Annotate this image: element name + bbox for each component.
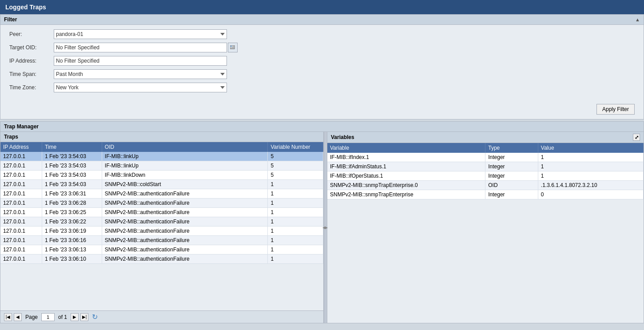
traps-table-body: 127.0.0.1 1 Feb '23 3:54:03 IF-MIB::link… <box>0 152 323 264</box>
svg-rect-5 <box>231 48 234 48</box>
first-page-btn[interactable]: |◀ <box>4 313 12 321</box>
trap-time: 1 Feb '23 3:06:25 <box>42 208 102 217</box>
target-oid-input[interactable] <box>54 43 227 52</box>
last-page-btn[interactable]: ▶| <box>80 313 88 321</box>
table-row[interactable]: SNMPv2-MIB::snmpTrapEnterprise.0 OID .1.… <box>327 181 644 190</box>
trap-oid: SNMPv2-MIB::authenticationFailure <box>102 217 268 227</box>
variables-table-container[interactable]: Variable Type Value IF-MIB::ifIndex.1 In… <box>327 143 644 323</box>
apply-filter-button[interactable]: Apply Filter <box>596 104 635 115</box>
time-zone-row: Time Zone: New YorkUTC <box>9 83 635 92</box>
filter-header: Filter ▲ <box>0 15 644 25</box>
table-row[interactable]: IF-MIB::ifAdminStatus.1 Integer 1 <box>327 162 644 171</box>
trap-oid: SNMPv2-MIB::authenticationFailure <box>102 254 268 264</box>
svg-rect-3 <box>232 47 234 47</box>
trap-varnum: 5 <box>268 152 323 161</box>
trap-ip: 127.0.0.1 <box>0 227 42 236</box>
trap-ip: 127.0.0.1 <box>0 180 42 189</box>
table-row[interactable]: 127.0.0.1 1 Feb '23 3:06:19 SNMPv2-MIB::… <box>0 227 323 236</box>
panel-resize-handle[interactable] <box>324 132 327 323</box>
traps-panel: Traps IP Address Time OID Variable Numbe… <box>0 132 324 323</box>
target-oid-input-group <box>54 43 238 52</box>
target-oid-browse-btn[interactable] <box>228 43 238 52</box>
ip-address-input[interactable] <box>54 56 227 66</box>
of-label: of 1 <box>58 314 67 320</box>
trap-oid: IF-MIB::linkDown <box>102 171 268 180</box>
table-row[interactable]: 127.0.0.1 1 Feb '23 3:06:22 SNMPv2-MIB::… <box>0 217 323 227</box>
table-row[interactable]: 127.0.0.1 1 Feb '23 3:54:03 IF-MIB::link… <box>0 171 323 180</box>
trap-ip: 127.0.0.1 <box>0 199 42 208</box>
table-row[interactable]: 127.0.0.1 1 Feb '23 3:06:31 SNMPv2-MIB::… <box>0 189 323 199</box>
trap-varnum: 1 <box>268 199 323 208</box>
table-row[interactable]: 127.0.0.1 1 Feb '23 3:54:03 IF-MIB::link… <box>0 161 323 171</box>
filter-actions: Apply Filter <box>0 100 644 119</box>
table-row[interactable]: 127.0.0.1 1 Feb '23 3:54:03 IF-MIB::link… <box>0 152 323 161</box>
col-ip-header: IP Address <box>0 142 42 152</box>
trap-oid: SNMPv2-MIB::authenticationFailure <box>102 236 268 245</box>
target-oid-label: Target OID: <box>9 44 54 51</box>
trap-oid: SNMPv2-MIB::authenticationFailure <box>102 208 268 217</box>
trap-time: 1 Feb '23 3:06:19 <box>42 227 102 236</box>
trap-ip: 127.0.0.1 <box>0 152 42 161</box>
var-variable: IF-MIB::ifOperStatus.1 <box>327 171 485 181</box>
var-value: 0 <box>538 190 643 199</box>
variables-table-body: IF-MIB::ifIndex.1 Integer 1 IF-MIB::ifAd… <box>327 153 644 199</box>
trap-ip: 127.0.0.1 <box>0 189 42 199</box>
table-row[interactable]: IF-MIB::ifIndex.1 Integer 1 <box>327 153 644 162</box>
table-row[interactable]: 127.0.0.1 1 Feb '23 3:06:25 SNMPv2-MIB::… <box>0 208 323 217</box>
variables-expand-btn[interactable]: ⤢ <box>633 134 640 141</box>
filter-collapse-btn[interactable]: ▲ <box>635 17 640 22</box>
traps-table-container[interactable]: IP Address Time OID Variable Number 127.… <box>0 142 323 310</box>
trap-ip: 127.0.0.1 <box>0 236 42 245</box>
trap-time: 1 Feb '23 3:06:22 <box>42 217 102 227</box>
var-value: .1.3.6.1.4.1.8072.3.2.10 <box>538 181 643 190</box>
trap-time: 1 Feb '23 3:06:10 <box>42 254 102 264</box>
trap-ip: 127.0.0.1 <box>0 245 42 254</box>
trap-time: 1 Feb '23 3:06:16 <box>42 236 102 245</box>
trap-oid: SNMPv2-MIB::authenticationFailure <box>102 245 268 254</box>
col-type-header: Type <box>485 143 538 153</box>
peer-select[interactable]: pandora-01All <box>54 29 227 39</box>
browse-icon <box>230 45 235 50</box>
trap-manager-section: Trap Manager Traps IP Address Time OID V… <box>0 121 644 323</box>
trap-ip: 127.0.0.1 <box>0 161 42 171</box>
trap-oid: SNMPv2-MIB::coldStart <box>102 180 268 189</box>
var-type: Integer <box>485 190 538 199</box>
table-row[interactable]: 127.0.0.1 1 Feb '23 3:54:03 SNMPv2-MIB::… <box>0 180 323 189</box>
table-row[interactable]: 127.0.0.1 1 Feb '23 3:06:10 SNMPv2-MIB::… <box>0 254 323 264</box>
trap-varnum: 1 <box>268 227 323 236</box>
traps-panel-title: Traps <box>4 134 18 140</box>
table-row[interactable]: 127.0.0.1 1 Feb '23 3:06:16 SNMPv2-MIB::… <box>0 236 323 245</box>
time-span-select[interactable]: Past MonthPast WeekPast DayAll <box>54 69 227 79</box>
trap-varnum: 1 <box>268 236 323 245</box>
prev-page-btn[interactable]: ◀ <box>14 313 22 321</box>
trap-varnum: 1 <box>268 254 323 264</box>
trap-time: 1 Feb '23 3:54:03 <box>42 152 102 161</box>
trap-ip: 127.0.0.1 <box>0 171 42 180</box>
time-zone-select[interactable]: New YorkUTC <box>54 83 227 92</box>
trap-varnum: 1 <box>268 180 323 189</box>
col-oid-header: OID <box>102 142 268 152</box>
next-page-btn[interactable]: ▶ <box>71 313 79 321</box>
table-row[interactable]: SNMPv2-MIB::snmpTrapEnterprise Integer 0 <box>327 190 644 199</box>
trap-oid: SNMPv2-MIB::authenticationFailure <box>102 189 268 199</box>
trap-varnum: 1 <box>268 217 323 227</box>
refresh-btn[interactable]: ↻ <box>92 313 98 321</box>
table-row[interactable]: 127.0.0.1 1 Feb '23 3:06:13 SNMPv2-MIB::… <box>0 245 323 254</box>
trap-time: 1 Feb '23 3:54:03 <box>42 171 102 180</box>
traps-table: IP Address Time OID Variable Number 127.… <box>0 142 323 264</box>
trap-oid: SNMPv2-MIB::authenticationFailure <box>102 227 268 236</box>
table-row[interactable]: 127.0.0.1 1 Feb '23 3:06:28 SNMPv2-MIB::… <box>0 199 323 208</box>
variables-panel: Variables ⤢ Variable Type Value IF-MIB::… <box>327 132 644 323</box>
var-value: 1 <box>538 153 643 162</box>
table-row[interactable]: IF-MIB::ifOperStatus.1 Integer 1 <box>327 171 644 181</box>
var-value: 1 <box>538 162 643 171</box>
trap-oid: IF-MIB::linkUp <box>102 161 268 171</box>
trap-oid: IF-MIB::linkUp <box>102 152 268 161</box>
time-span-label: Time Span: <box>9 71 54 77</box>
variables-panel-title: Variables <box>331 134 354 140</box>
page-number-input[interactable] <box>41 313 55 321</box>
trap-time: 1 Feb '23 3:54:03 <box>42 161 102 171</box>
traps-panel-header: Traps <box>0 132 323 142</box>
time-zone-label: Time Zone: <box>9 84 54 91</box>
var-type: OID <box>485 181 538 190</box>
